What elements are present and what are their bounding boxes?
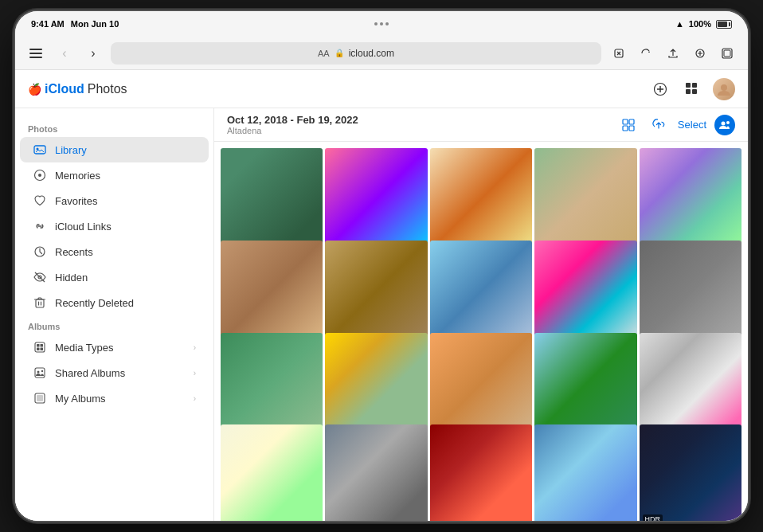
photos-area: Oct 12, 2018 - Feb 19, 2022 Altadena Sel… bbox=[214, 108, 748, 521]
share-button[interactable] bbox=[662, 42, 684, 65]
forward-button[interactable]: › bbox=[82, 42, 104, 65]
recently-deleted-label: Recently Deleted bbox=[55, 297, 196, 309]
photo-cell[interactable] bbox=[430, 241, 532, 342]
photo-cell[interactable]: ♥ bbox=[640, 241, 741, 342]
grid-view-button[interactable] bbox=[681, 78, 703, 100]
photo-cell[interactable] bbox=[534, 148, 636, 250]
svg-point-27 bbox=[41, 370, 43, 372]
status-left: 9:41 AM Mon Jun 10 bbox=[31, 19, 119, 29]
favorites-icon bbox=[33, 194, 47, 208]
photos-toolbar-actions: Select bbox=[617, 115, 735, 135]
photo-cell[interactable] bbox=[534, 333, 636, 435]
select-button[interactable]: Select bbox=[678, 119, 706, 131]
memories-label: Memories bbox=[55, 170, 196, 182]
sidebar-item-recently-deleted[interactable]: Recently Deleted bbox=[20, 290, 209, 315]
tabs-button[interactable] bbox=[716, 42, 738, 65]
photo-cell[interactable]: ♥ bbox=[430, 148, 532, 250]
svg-rect-31 bbox=[629, 119, 634, 124]
svg-rect-24 bbox=[41, 348, 44, 351]
download-button[interactable] bbox=[608, 42, 630, 65]
my-albums-label: My Albums bbox=[55, 393, 186, 405]
sidebar-toggle-button[interactable] bbox=[25, 42, 47, 65]
sidebar-item-library[interactable]: Library bbox=[20, 137, 209, 162]
media-types-label: Media Types bbox=[55, 342, 186, 354]
albums-section-label: Albums bbox=[15, 315, 213, 334]
app-header-right bbox=[649, 78, 735, 100]
photos-toolbar: Oct 12, 2018 - Feb 19, 2022 Altadena Sel… bbox=[214, 108, 748, 142]
dot1 bbox=[374, 22, 378, 25]
sidebar-item-recents[interactable]: Recents bbox=[20, 239, 209, 264]
svg-rect-29 bbox=[37, 395, 43, 401]
sidebar-item-my-albums[interactable]: My Albums › bbox=[20, 385, 209, 411]
hdr-badge: HDR bbox=[643, 514, 663, 521]
add-bookmark-button[interactable] bbox=[689, 42, 711, 65]
svg-rect-22 bbox=[41, 344, 44, 347]
location-label: Altadena bbox=[227, 126, 608, 135]
sidebar-item-favorites[interactable]: Favorites bbox=[20, 188, 209, 213]
status-bar: 9:41 AM Mon Jun 10 ▲ 100% bbox=[15, 11, 748, 37]
svg-rect-13 bbox=[34, 146, 45, 154]
photo-cell[interactable] bbox=[325, 148, 427, 250]
address-bar[interactable]: AA 🔒 icloud.com bbox=[111, 42, 601, 65]
svg-rect-1 bbox=[29, 53, 42, 54]
dot2 bbox=[380, 22, 383, 25]
photo-cell[interactable] bbox=[430, 333, 532, 435]
my-albums-icon bbox=[33, 391, 47, 405]
photos-section-label: Photos bbox=[15, 118, 213, 137]
wifi-icon: ▲ bbox=[675, 19, 684, 29]
photo-cell[interactable] bbox=[325, 424, 427, 521]
memories-icon bbox=[33, 168, 47, 182]
upload-button[interactable] bbox=[648, 115, 670, 135]
photo-cell[interactable] bbox=[325, 241, 427, 342]
grid-toggle-button[interactable] bbox=[617, 115, 640, 135]
sidebar-item-media-types[interactable]: Media Types › bbox=[20, 334, 209, 360]
svg-rect-6 bbox=[724, 50, 730, 57]
back-icon: ‹ bbox=[62, 46, 66, 61]
svg-rect-2 bbox=[29, 57, 42, 58]
sidebar-item-shared-albums[interactable]: Shared Albums › bbox=[20, 360, 209, 385]
media-types-chevron: › bbox=[194, 343, 196, 352]
refresh-button[interactable] bbox=[635, 42, 657, 65]
app-logo: 🍎 iCloud Photos bbox=[28, 82, 127, 96]
status-date: Mon Jun 10 bbox=[71, 19, 119, 29]
dot3 bbox=[385, 22, 389, 25]
sidebar-item-hidden[interactable]: Hidden bbox=[20, 264, 209, 290]
photo-cell[interactable] bbox=[640, 333, 741, 435]
svg-rect-30 bbox=[623, 119, 628, 124]
icloud-links-label: iCloud Links bbox=[55, 221, 196, 233]
photos-label: Photos bbox=[88, 82, 127, 96]
sidebar-item-memories[interactable]: Memories bbox=[20, 162, 209, 188]
date-range: Oct 12, 2018 - Feb 19, 2022 bbox=[227, 114, 608, 126]
svg-point-34 bbox=[722, 121, 726, 125]
photo-cell[interactable] bbox=[221, 148, 323, 250]
library-label: Library bbox=[55, 144, 196, 156]
photo-cell[interactable] bbox=[325, 333, 427, 435]
recents-icon bbox=[33, 244, 47, 259]
svg-point-26 bbox=[37, 371, 40, 374]
svg-rect-9 bbox=[692, 83, 697, 88]
url-text: icloud.com bbox=[349, 48, 394, 59]
photo-cell[interactable] bbox=[534, 241, 636, 342]
photo-cell[interactable] bbox=[221, 424, 323, 521]
add-photos-button[interactable] bbox=[649, 78, 671, 100]
sidebar-item-icloud-links[interactable]: iCloud Links bbox=[20, 213, 209, 239]
photo-cell[interactable] bbox=[221, 333, 323, 435]
back-button[interactable]: ‹ bbox=[53, 42, 76, 65]
svg-rect-8 bbox=[686, 83, 691, 88]
app-header: 🍎 iCloud Photos bbox=[15, 70, 748, 108]
photo-cell[interactable] bbox=[221, 241, 323, 342]
avatar[interactable] bbox=[713, 78, 735, 100]
photo-cell[interactable] bbox=[430, 424, 532, 521]
svg-rect-20 bbox=[35, 342, 45, 352]
svg-rect-0 bbox=[29, 49, 42, 50]
photos-info: Oct 12, 2018 - Feb 19, 2022 Altadena bbox=[227, 114, 608, 135]
photo-grid: ♥ bbox=[214, 142, 748, 521]
svg-point-16 bbox=[38, 174, 41, 177]
apple-icon: 🍎 bbox=[28, 83, 41, 96]
photo-cell[interactable]: HDR bbox=[640, 424, 741, 521]
recently-deleted-icon bbox=[33, 295, 47, 310]
people-sharing-button[interactable] bbox=[714, 115, 735, 135]
photo-cell[interactable] bbox=[640, 148, 741, 250]
photo-cell[interactable] bbox=[534, 424, 636, 521]
shared-albums-chevron: › bbox=[194, 369, 196, 377]
